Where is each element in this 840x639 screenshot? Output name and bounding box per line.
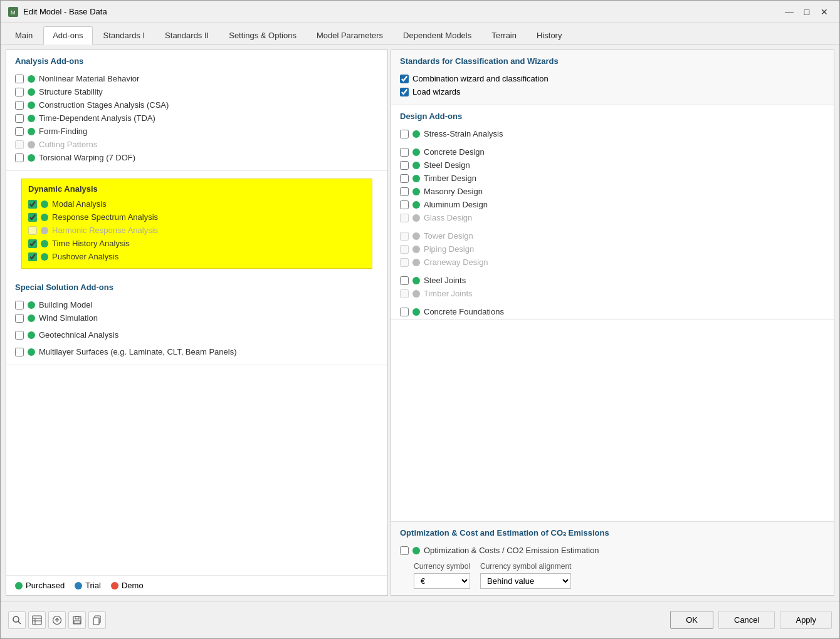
save-button[interactable] — [68, 611, 86, 629]
piping-design-checkbox[interactable] — [400, 245, 409, 254]
geotechnical-checkbox[interactable] — [15, 331, 24, 340]
currency-row: Currency symbol € $ £ ¥ Currency symbol … — [414, 562, 825, 589]
torsional-warping-checkbox[interactable] — [15, 153, 24, 162]
list-item: Harmonic Response Analysis — [28, 224, 365, 237]
svg-rect-14 — [93, 618, 99, 625]
form-finding-checkbox[interactable] — [15, 127, 24, 136]
optimization-main-row: Optimization & Costs / CO2 Emission Esti… — [400, 544, 825, 557]
minimize-button[interactable]: — — [782, 4, 797, 19]
list-item: Building Model — [15, 298, 379, 311]
list-item: Concrete Foundations — [400, 305, 825, 318]
tab-terrain[interactable]: Terrain — [482, 26, 526, 44]
modal-analysis-checkbox[interactable] — [28, 200, 37, 209]
concrete-foundations-label: Concrete Foundations — [424, 307, 504, 316]
harmonic-response-checkbox[interactable] — [28, 226, 37, 235]
timber-joints-label: Timber Joints — [424, 289, 473, 298]
maximize-button[interactable]: □ — [799, 4, 814, 19]
copy-button[interactable] — [88, 611, 106, 629]
cancel-button[interactable]: Cancel — [718, 611, 775, 629]
modal-analysis-label: Modal Analysis — [52, 199, 107, 209]
list-item: Structure Stability — [15, 85, 379, 98]
pushover-checkbox[interactable] — [28, 252, 37, 261]
tab-model-params[interactable]: Model Parameters — [307, 26, 392, 44]
csa-checkbox[interactable] — [15, 101, 24, 110]
dot-gray — [412, 232, 420, 240]
combo-wizard-checkbox[interactable] — [400, 75, 409, 83]
dynamic-analysis-wrapper: Dynamic Analysis Modal Analysis Response… — [6, 171, 387, 276]
close-button[interactable]: ✕ — [817, 4, 832, 19]
torsional-warping-label: Torsional Warping (7 DOF) — [39, 153, 135, 162]
table-button[interactable] — [28, 611, 46, 629]
time-history-label: Time History Analysis — [52, 239, 130, 248]
masonry-design-checkbox[interactable] — [400, 187, 409, 196]
list-item: Nonlinear Material Behavior — [15, 72, 379, 85]
tda-checkbox[interactable] — [15, 114, 24, 123]
list-item: Torsional Warping (7 DOF) — [15, 151, 379, 164]
nonlinear-checkbox[interactable] — [15, 75, 24, 83]
dot-gray — [412, 290, 420, 298]
design-addons-section: Design Add-ons Stress-Strain Analysis Co… — [391, 105, 834, 320]
dot-green — [28, 88, 35, 96]
craneway-design-checkbox[interactable] — [400, 258, 409, 267]
list-item: Piping Design — [400, 242, 825, 256]
cutting-patterns-label: Cutting Patterns — [39, 140, 97, 149]
concrete-design-label: Concrete Design — [424, 147, 485, 157]
steel-joints-checkbox[interactable] — [400, 276, 409, 285]
ok-button[interactable]: OK — [670, 611, 713, 629]
apply-button[interactable]: Apply — [780, 611, 832, 629]
timber-joints-checkbox[interactable] — [400, 289, 409, 298]
tab-addons[interactable]: Add-ons — [43, 26, 92, 44]
glass-design-checkbox[interactable] — [400, 214, 409, 222]
wind-simulation-checkbox[interactable] — [15, 314, 24, 323]
tower-design-checkbox[interactable] — [400, 232, 409, 241]
list-item: Combination wizard and classification — [400, 72, 825, 85]
list-item: Craneway Design — [400, 256, 825, 269]
currency-symbol-select[interactable]: € $ £ ¥ — [414, 573, 470, 589]
tab-main[interactable]: Main — [6, 26, 42, 44]
response-spectrum-checkbox[interactable] — [28, 213, 37, 222]
list-item: Cutting Patterns — [15, 138, 379, 151]
timber-design-checkbox[interactable] — [400, 174, 409, 183]
piping-design-label: Piping Design — [424, 244, 474, 254]
list-item: Time History Analysis — [28, 237, 365, 250]
dot-green — [412, 277, 420, 284]
aluminum-design-checkbox[interactable] — [400, 200, 409, 209]
dot-green — [28, 331, 35, 339]
svg-rect-12 — [74, 621, 80, 623]
search-button[interactable] — [8, 611, 26, 629]
optimization-checkbox[interactable] — [400, 546, 409, 555]
stress-strain-checkbox[interactable] — [400, 130, 409, 138]
time-history-checkbox[interactable] — [28, 239, 37, 248]
currency-alignment-select[interactable]: Behind value Before value — [480, 573, 571, 589]
dot-green — [28, 314, 35, 322]
load-wizards-checkbox[interactable] — [400, 88, 409, 96]
tab-standards1[interactable]: Standards I — [94, 26, 155, 44]
cutting-patterns-checkbox[interactable] — [15, 140, 24, 149]
multilayer-checkbox[interactable] — [15, 348, 24, 356]
dot-green — [28, 128, 35, 135]
craneway-design-label: Craneway Design — [424, 257, 488, 267]
wind-simulation-label: Wind Simulation — [39, 313, 98, 323]
left-panel: Analysis Add-ons Nonlinear Material Beha… — [6, 49, 388, 596]
tab-standards2[interactable]: Standards II — [155, 26, 218, 44]
geotechnical-label: Geotechnical Analysis — [39, 330, 118, 340]
list-item: Multilayer Surfaces (e.g. Laminate, CLT,… — [15, 345, 379, 358]
concrete-foundations-checkbox[interactable] — [400, 308, 409, 316]
structure-stability-checkbox[interactable] — [15, 88, 24, 96]
steel-design-checkbox[interactable] — [400, 161, 409, 170]
concrete-design-checkbox[interactable] — [400, 148, 409, 157]
list-item: Concrete Design — [400, 145, 825, 158]
list-item: Construction Stages Analysis (CSA) — [15, 98, 379, 112]
tab-settings[interactable]: Settings & Options — [219, 26, 306, 44]
legend-area: Purchased Trial Demo — [6, 575, 387, 595]
export-button[interactable] — [48, 611, 66, 629]
dot-green — [41, 253, 48, 261]
right-spacer — [391, 320, 834, 522]
list-item: Pushover Analysis — [28, 250, 365, 263]
multilayer-label: Multilayer Surfaces (e.g. Laminate, CLT,… — [39, 347, 237, 356]
list-item: Load wizards — [400, 85, 825, 98]
tab-history[interactable]: History — [527, 26, 571, 44]
tab-dependent[interactable]: Dependent Models — [394, 26, 481, 44]
building-model-checkbox[interactable] — [15, 301, 24, 309]
dot-green — [41, 214, 48, 221]
